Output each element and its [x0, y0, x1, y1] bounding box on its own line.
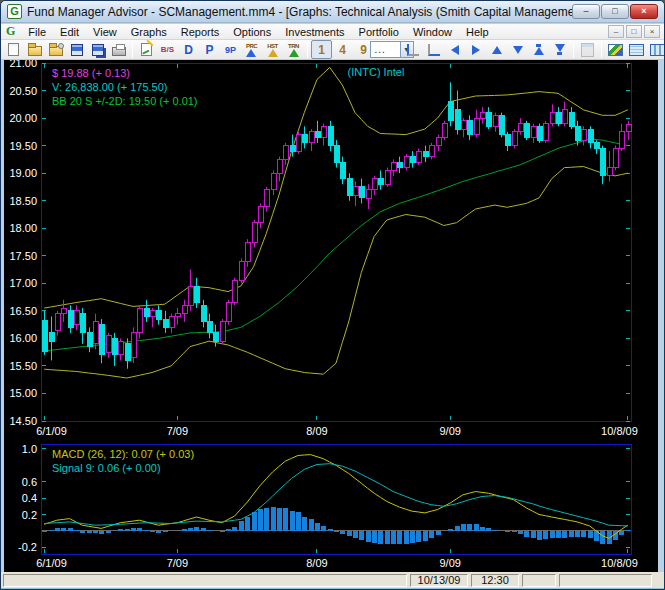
svg-text:1.0: 1.0	[22, 443, 37, 455]
menu-item-portfolio[interactable]: Portfolio	[352, 25, 406, 39]
svg-text:7/09: 7/09	[167, 557, 188, 569]
svg-text:16.50: 16.50	[9, 305, 37, 317]
mdi-close-button[interactable]: ×	[644, 25, 660, 38]
print-button[interactable]	[108, 40, 129, 59]
toolbar-separator	[573, 42, 574, 58]
maximize-button[interactable]: □	[601, 4, 629, 19]
date-axis-button[interactable]	[423, 40, 444, 59]
svg-text:0.2: 0.2	[22, 509, 37, 521]
history-update-button[interactable]: HST	[262, 40, 283, 59]
open-recent-icon	[49, 46, 63, 56]
title-bar[interactable]: G Fund Manager Advisor - SCManagement.mm…	[1, 1, 664, 23]
open-portfolio-button[interactable]	[24, 40, 45, 59]
svg-text:20.00: 20.00	[9, 112, 37, 124]
svg-text:BB 20 S +/-2D: 19.50 (+ 0.01): BB 20 S +/-2D: 19.50 (+ 0.01)	[52, 95, 198, 107]
graph-select-combo[interactable]: ...▼	[381, 40, 402, 59]
layout-4-button[interactable]: 4	[332, 40, 353, 59]
next-graph-button[interactable]	[507, 40, 528, 59]
status-panel-0	[3, 574, 407, 587]
toolbar-separator	[307, 42, 308, 58]
transaction-update-arrow-icon	[289, 49, 299, 57]
minimize-button[interactable]: –	[572, 4, 600, 19]
svg-text:10/8/09: 10/8/09	[601, 557, 638, 569]
status-panel-101309: 10/13/09	[410, 574, 468, 587]
new-graph-button[interactable]	[3, 40, 24, 59]
mdi-system-icon[interactable]: G	[6, 24, 15, 39]
svg-text:9/09: 9/09	[439, 425, 460, 437]
buy-sell-glyph: B/S	[161, 45, 174, 54]
price-glyph: P	[205, 44, 213, 56]
prev-graph-icon	[492, 46, 502, 54]
edit-graph-icon	[141, 43, 152, 56]
menu-item-window[interactable]: Window	[406, 25, 459, 39]
menu-item-reports[interactable]: Reports	[174, 25, 227, 39]
scale-axis-button[interactable]	[402, 40, 423, 59]
svg-text:7/09: 7/09	[167, 425, 188, 437]
chart-client-area[interactable]: 21.0020.5020.0019.5019.0018.5018.0017.50…	[4, 60, 658, 572]
close-button[interactable]: ×	[630, 4, 658, 19]
technical-analysis-chart[interactable]: 21.0020.5020.0019.5019.0018.5018.0017.50…	[4, 60, 658, 572]
svg-text:16.00: 16.00	[9, 332, 37, 344]
dividend-button[interactable]: D	[178, 40, 199, 59]
open-recent-button[interactable]	[45, 40, 66, 59]
prev-investment-button[interactable]	[444, 40, 465, 59]
edit-graph-button[interactable]	[136, 40, 157, 59]
nine-prices-button[interactable]: 9P	[220, 40, 241, 59]
status-bar: 10/13/0912:30	[1, 572, 664, 588]
svg-text:15.00: 15.00	[9, 387, 37, 399]
svg-text:17.50: 17.50	[9, 250, 37, 262]
first-graph-button[interactable]	[528, 40, 549, 59]
app-icon: G	[7, 4, 22, 19]
svg-text:-0.2: -0.2	[18, 541, 37, 553]
svg-text:21.00: 21.00	[9, 60, 37, 69]
buy-sell-button[interactable]: B/S	[157, 40, 178, 59]
svg-text:0.4: 0.4	[22, 492, 37, 504]
svg-text:Signal 9: 0.06 (+ 0.00): Signal 9: 0.06 (+ 0.00)	[52, 462, 161, 474]
menu-item-options[interactable]: Options	[226, 25, 278, 39]
mdi-restore-button[interactable]: □	[626, 25, 642, 38]
price-update-arrow-icon	[246, 49, 256, 57]
menu-item-view[interactable]: View	[86, 25, 124, 39]
toolbar: B/SDP9PPRCHSTTRN149...▼	[1, 40, 664, 60]
graph-window-button[interactable]	[605, 40, 626, 59]
price-update-button[interactable]: PRC	[241, 40, 262, 59]
menu-bar: G FileEditViewGraphsReportsOptionsInvest…	[1, 24, 664, 40]
open-portfolio-icon	[28, 46, 42, 56]
graph-window-icon	[608, 44, 623, 56]
svg-text:0.6: 0.6	[22, 476, 37, 488]
menu-item-edit[interactable]: Edit	[53, 25, 86, 39]
next-graph-icon	[513, 46, 523, 54]
svg-text:18.00: 18.00	[9, 222, 37, 234]
svg-text:10/8/09: 10/8/09	[601, 425, 638, 437]
svg-text:14.50: 14.50	[9, 415, 37, 427]
mdi-minimize-button[interactable]: –	[608, 25, 624, 38]
graph-select-value: ...	[371, 44, 400, 55]
toolbar-separator	[601, 42, 602, 58]
menu-item-help[interactable]: Help	[459, 25, 496, 39]
svg-text:8/09: 8/09	[306, 425, 327, 437]
nine-prices-glyph: 9P	[225, 44, 236, 56]
next-investment-button[interactable]	[465, 40, 486, 59]
menu-item-investments[interactable]: Investments	[278, 25, 351, 39]
table-window-button[interactable]	[626, 40, 647, 59]
menu-item-file[interactable]: File	[21, 25, 53, 39]
new-graph-icon	[8, 43, 19, 56]
svg-text:$ 19.88 (+ 0.13): $ 19.88 (+ 0.13)	[52, 67, 130, 79]
status-panel-4	[559, 574, 652, 587]
layout-1-button[interactable]: 1	[311, 40, 332, 59]
transaction-update-button[interactable]: TRN	[283, 40, 304, 59]
scale-axis-icon	[407, 44, 419, 56]
column-window-icon	[650, 44, 665, 56]
table-window-icon	[629, 44, 644, 56]
date-axis-icon	[428, 44, 440, 56]
price-button[interactable]: P	[199, 40, 220, 59]
menu-item-graphs[interactable]: Graphs	[124, 25, 174, 39]
column-window-button[interactable]	[647, 40, 665, 59]
svg-text:9/09: 9/09	[439, 557, 460, 569]
prev-graph-button[interactable]	[486, 40, 507, 59]
data-register-button[interactable]	[577, 40, 598, 59]
save-button[interactable]	[66, 40, 87, 59]
save-all-button[interactable]	[87, 40, 108, 59]
svg-text:18.50: 18.50	[9, 195, 37, 207]
last-graph-button[interactable]	[549, 40, 570, 59]
